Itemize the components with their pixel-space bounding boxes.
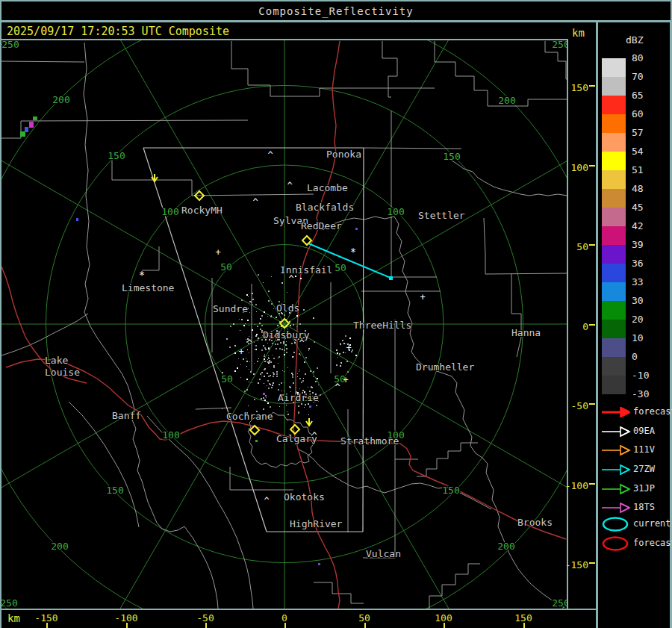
reflectivity-speckle <box>284 371 284 372</box>
plus-marker: + <box>343 375 348 385</box>
legend-item-31JP[interactable]: 31JP <box>598 481 670 497</box>
city-label-vulcan: Vulcan <box>366 548 401 559</box>
range-ring-label: 250 <box>552 597 567 609</box>
title-divider <box>0 20 672 22</box>
legend-item-27ZW[interactable]: 27ZW <box>598 461 670 478</box>
title-bar[interactable]: Composite_Reflectivity <box>1 1 671 20</box>
colorbar-label: 70 <box>632 71 644 82</box>
legend-glyph <box>600 461 632 478</box>
reflectivity-speckle <box>276 348 277 349</box>
reflectivity-speckle <box>278 389 279 391</box>
reflectivity-speckle <box>296 326 297 327</box>
colorbar-block <box>602 357 626 376</box>
reflectivity-speckle <box>296 315 298 317</box>
reflectivity-speckle <box>264 355 265 357</box>
legend-item-forecast[interactable]: forecast <box>598 404 670 420</box>
legend-ellipse <box>603 518 627 531</box>
bottom-axis-tick <box>523 623 525 628</box>
reflectivity-speckle <box>280 342 281 343</box>
reflectivity-speckle <box>272 343 273 344</box>
reflectivity-speckle <box>279 348 281 349</box>
reflectivity-speckle <box>264 361 266 362</box>
legend-item-09EA[interactable]: 09EA <box>598 423 670 440</box>
reflectivity-speckle <box>273 376 274 377</box>
reflectivity-speckle <box>314 341 315 343</box>
reflectivity-speckle <box>234 345 236 346</box>
legend-item-111V[interactable]: 111V <box>598 442 670 458</box>
reflectivity-speckle <box>285 344 287 346</box>
reflectivity-speckle <box>262 349 263 350</box>
reflectivity-speckle <box>287 411 287 412</box>
reflectivity-speckle <box>240 377 241 378</box>
reflectivity-speckle <box>286 348 287 349</box>
reflectivity-speckle <box>313 317 314 319</box>
reflectivity-speckle <box>301 382 302 383</box>
reflectivity-speckle <box>258 338 259 339</box>
reflectivity-echo <box>255 440 258 442</box>
legend-item-current[interactable]: current <box>598 516 670 532</box>
reflectivity-speckle <box>318 385 319 385</box>
range-ring-label: 200 <box>497 541 514 552</box>
reflectivity-speckle <box>273 308 274 309</box>
range-ring-label: 200 <box>498 95 515 106</box>
legend-label: current <box>633 518 671 529</box>
colorbar-label: 51 <box>632 164 644 175</box>
colorbar-label: 80 <box>632 52 644 63</box>
reflectivity-speckle <box>303 378 304 379</box>
reflectivity-speckle <box>290 387 291 388</box>
range-ring-label: 150 <box>106 485 123 496</box>
colorbar-label: 65 <box>632 90 644 101</box>
radar-map[interactable]: 5010015020025050100150200250501001502002… <box>1 40 567 609</box>
legend-glyph <box>600 481 632 497</box>
reflectivity-speckle <box>241 299 243 301</box>
city-label-sundre: Sundre <box>213 303 248 314</box>
reflectivity-speckle <box>293 356 294 357</box>
reflectivity-echo <box>33 116 37 120</box>
reflectivity-speckle <box>286 341 287 342</box>
radar-app-window: { "title": "Composite_Reflectivity", "he… <box>0 0 672 628</box>
reflectivity-speckle <box>252 329 253 331</box>
reflectivity-speckle <box>270 361 272 363</box>
reflectivity-speckle <box>275 343 276 345</box>
reflectivity-speckle <box>277 325 279 326</box>
reflectivity-speckle <box>267 380 269 382</box>
reflectivity-speckle <box>279 384 280 385</box>
reflectivity-speckle <box>258 382 259 384</box>
reflectivity-speckle <box>222 408 223 409</box>
range-ring-label: 200 <box>52 94 69 105</box>
city-label-reddeer: RedDeer <box>301 220 342 231</box>
right-axis-label: 0 <box>582 321 588 332</box>
reflectivity-speckle <box>239 319 240 320</box>
reflectivity-speckle <box>263 397 264 399</box>
reflectivity-speckle <box>297 373 298 374</box>
legend-item-forecast[interactable]: forecast <box>598 535 670 552</box>
colorbar-block <box>602 301 626 320</box>
reflectivity-speckle <box>299 388 300 389</box>
legend-arrow-head <box>620 465 629 474</box>
reflectivity-speckle <box>340 343 340 343</box>
caret-marker: ^ <box>267 150 273 161</box>
right-axis-tick <box>589 244 595 246</box>
bottom-axis-tick <box>205 623 207 628</box>
reflectivity-speckle <box>294 342 296 343</box>
reflectivity-speckle <box>246 361 248 362</box>
reflectivity-speckle <box>246 358 246 358</box>
legend-item-18TS[interactable]: 18TS <box>598 500 670 516</box>
right-axis-label: 50 <box>576 241 588 252</box>
reflectivity-speckle <box>261 372 263 373</box>
reflectivity-speckle <box>289 321 290 323</box>
reflectivity-speckle <box>310 370 311 372</box>
reflectivity-speckle <box>249 352 249 353</box>
sidebar: dBZ 807065605754514845423936333020100-10… <box>598 22 670 628</box>
reflectivity-speckle <box>339 353 340 355</box>
colorbar-block <box>602 189 626 208</box>
reflectivity-speckle <box>336 349 337 351</box>
reflectivity-echo <box>76 218 78 221</box>
colorbar-label: 45 <box>632 202 644 213</box>
legend-glyph <box>600 404 632 420</box>
reflectivity-speckle <box>252 299 254 300</box>
reflectivity-speckle <box>267 361 269 363</box>
asterisk-marker: * <box>350 246 356 258</box>
reflectivity-speckle <box>273 372 274 373</box>
reflectivity-speckle <box>268 358 270 359</box>
